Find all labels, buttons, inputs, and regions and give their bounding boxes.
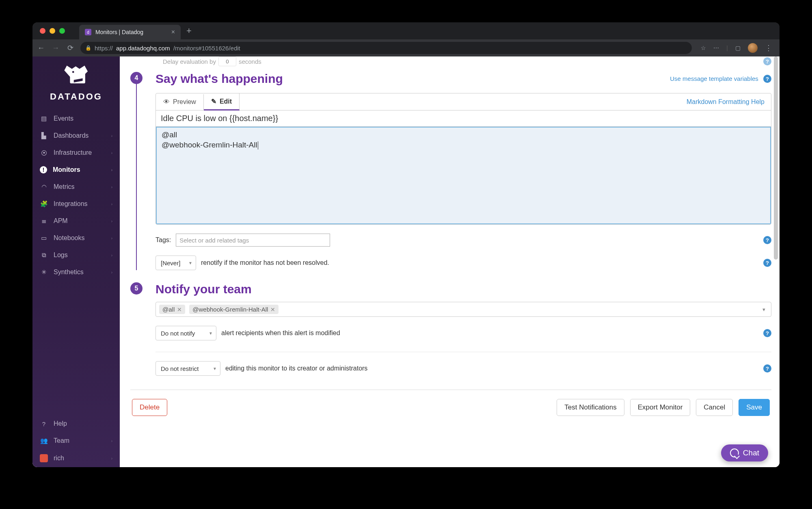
cast-icon[interactable]: ▢	[735, 45, 741, 51]
browser-tab[interactable]: d Monitors | Datadog ×	[79, 25, 181, 39]
datadog-logo-icon	[60, 62, 92, 88]
sidebar-item-notebooks[interactable]: ▭ Notebooks ›	[32, 230, 120, 247]
tags-label: Tags:	[155, 236, 171, 244]
help-icon[interactable]: ?	[763, 57, 771, 65]
message-subject-input[interactable]: Idle CPU is low on {{host.name}}	[156, 110, 771, 127]
window-controls	[40, 28, 65, 34]
monitors-icon: !	[40, 166, 47, 173]
close-window-icon[interactable]	[40, 28, 45, 34]
infrastructure-icon: ⦿	[40, 149, 48, 156]
sidebar-item-logs[interactable]: ⧉ Logs ›	[32, 247, 120, 264]
markdown-help-link[interactable]: Markdown Formatting Help	[680, 94, 771, 110]
renotify-row: [Never] renotify if the monitor has not …	[155, 256, 771, 270]
recipient-pill[interactable]: @webhook-Gremlin-Halt-All ✕	[189, 305, 279, 314]
sidebar-item-user[interactable]: rich ›	[32, 449, 120, 467]
sidebar-item-metrics[interactable]: ◠ Metrics ›	[32, 178, 120, 195]
sidebar-item-team[interactable]: 👥 Team ›	[32, 432, 120, 449]
cancel-button[interactable]: Cancel	[696, 399, 733, 416]
export-monitor-button[interactable]: Export Monitor	[630, 399, 691, 416]
minimize-window-icon[interactable]	[50, 28, 55, 34]
app-root: DATADOG ▤ Events ▙ Dashboards › ⦿ Infras…	[32, 56, 780, 467]
favicon-icon: d	[85, 29, 91, 35]
help-icon[interactable]: ?	[763, 236, 771, 244]
extensions-icon[interactable]: ⋯	[713, 45, 719, 51]
chevron-right-icon: ›	[111, 202, 112, 206]
delete-button[interactable]: Delete	[132, 399, 167, 416]
star-icon[interactable]: ☆	[701, 45, 706, 51]
eye-icon: 👁	[163, 98, 170, 106]
delay-suffix: seconds	[239, 58, 261, 65]
brand-text: DATADOG	[50, 91, 102, 102]
chevron-right-icon: ›	[111, 236, 112, 240]
sidebar-item-label: Team	[54, 437, 69, 444]
logo[interactable]: DATADOG	[32, 62, 120, 102]
chevron-right-icon: ›	[111, 219, 112, 223]
pencil-icon: ✎	[211, 97, 216, 105]
url-host: app.datadoghq.com	[116, 45, 170, 52]
chat-widget[interactable]: Chat	[721, 444, 768, 461]
sidebar-item-dashboards[interactable]: ▙ Dashboards ›	[32, 127, 120, 144]
help-icon[interactable]: ?	[763, 364, 771, 373]
message-editor: 👁 Preview ✎ Edit Markdown Formatting Hel…	[155, 93, 771, 225]
tags-placeholder: Select or add related tags	[179, 237, 249, 244]
sidebar-item-events[interactable]: ▤ Events	[32, 110, 120, 127]
notebooks-icon: ▭	[40, 234, 48, 242]
template-variables-link[interactable]: Use message template variables	[670, 75, 758, 82]
sidebar-item-label: Help	[54, 420, 67, 427]
footer-actions: Delete Test Notifications Export Monitor…	[130, 390, 771, 420]
restrict-select[interactable]: Do not restrict	[155, 361, 220, 376]
save-button[interactable]: Save	[739, 399, 770, 416]
address-bar[interactable]: 🔒 https://app.datadoghq.com/monitors#105…	[80, 42, 692, 54]
scrollbar-track[interactable]	[773, 56, 779, 467]
sidebar-item-infrastructure[interactable]: ⦿ Infrastructure ›	[32, 144, 120, 161]
chevron-right-icon: ›	[111, 270, 112, 275]
help-icon[interactable]: ?	[763, 259, 771, 267]
browser-menu-icon[interactable]: ⋮	[765, 43, 772, 52]
tags-input[interactable]: Select or add related tags	[176, 234, 330, 247]
test-notifications-button[interactable]: Test Notifications	[557, 399, 624, 416]
sidebar-item-label: Logs	[54, 251, 68, 259]
recipient-pill[interactable]: @all ✕	[159, 305, 185, 314]
back-button[interactable]: ←	[37, 44, 45, 52]
select-value: Do not restrict	[161, 365, 199, 372]
forward-button[interactable]: →	[51, 44, 60, 52]
pill-label: @all	[162, 306, 175, 313]
remove-icon[interactable]: ✕	[177, 306, 182, 313]
recipients-input[interactable]: @all ✕ @webhook-Gremlin-Halt-All ✕	[155, 302, 771, 317]
sidebar-item-label: Metrics	[54, 183, 75, 191]
svg-point-1	[72, 71, 74, 73]
profile-avatar[interactable]	[748, 43, 758, 53]
sidebar-item-label: Integrations	[54, 200, 88, 208]
help-icon[interactable]: ?	[763, 75, 771, 83]
scrollbar-thumb[interactable]	[774, 56, 778, 260]
chat-label: Chat	[743, 448, 759, 457]
tab-edit[interactable]: ✎ Edit	[204, 93, 240, 110]
new-tab-button[interactable]: +	[181, 26, 197, 36]
tab-preview[interactable]: 👁 Preview	[156, 94, 204, 110]
sidebar: DATADOG ▤ Events ▙ Dashboards › ⦿ Infras…	[32, 56, 120, 467]
help-icon[interactable]: ?	[763, 329, 771, 337]
chevron-right-icon: ›	[111, 168, 112, 172]
sidebar-item-help[interactable]: ? Help	[32, 415, 120, 432]
sidebar-item-synthetics[interactable]: ✳ Synthetics ›	[32, 264, 120, 281]
sidebar-item-integrations[interactable]: 🧩 Integrations ›	[32, 195, 120, 212]
step-number: 4	[130, 72, 143, 84]
chevron-right-icon: ›	[111, 134, 112, 138]
text-cursor	[258, 141, 258, 149]
team-icon: 👥	[40, 437, 48, 444]
sidebar-item-apm[interactable]: ≣ APM ›	[32, 212, 120, 230]
section-title: Notify your team	[155, 282, 252, 296]
delay-value-input[interactable]	[218, 56, 236, 66]
remove-icon[interactable]: ✕	[270, 306, 275, 313]
select-value: Do not notify	[161, 330, 195, 337]
delay-evaluation-row: Delay evaluation by seconds ?	[130, 56, 771, 69]
integrations-icon: 🧩	[40, 200, 48, 208]
step-line	[136, 72, 137, 270]
reload-button[interactable]: ⟳	[66, 43, 75, 52]
renotify-select[interactable]: [Never]	[155, 256, 196, 270]
sidebar-item-monitors[interactable]: ! Monitors ›	[32, 161, 120, 178]
message-body-textarea[interactable]: @all @webhook-Gremlin-Halt-All	[156, 127, 771, 224]
modify-notify-select[interactable]: Do not notify	[155, 326, 216, 340]
close-tab-icon[interactable]: ×	[171, 28, 175, 36]
zoom-window-icon[interactable]	[59, 28, 65, 34]
